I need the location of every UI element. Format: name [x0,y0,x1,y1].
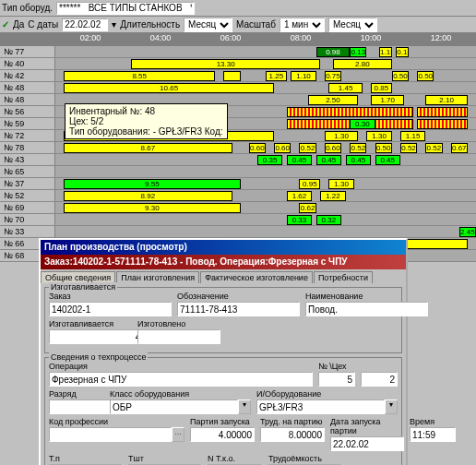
equip-dropdown-icon[interactable]: ▾ [385,399,398,414]
gantt-row[interactable]: № 699.300.62 [0,202,476,214]
gantt-bar[interactable] [417,119,468,129]
gantt-bar[interactable]: 0.50 [417,71,434,81]
gantt-row[interactable]: № 428.551.251.100.750.500.50 [0,70,476,82]
gantt-bar[interactable]: 0.95 [299,179,320,189]
gantt-bar[interactable]: 0.50 [375,143,392,153]
row-track[interactable]: 0.330.32 [55,214,476,225]
gantt-bar[interactable]: 1.62 [287,191,312,201]
period-select[interactable]: Месяц [328,18,377,32]
gantt-bar[interactable]: 0.52 [350,143,366,153]
row-track[interactable]: 8.670.600.600.520.600.520.500.520.520.67 [55,142,476,153]
gantt-bar[interactable] [223,71,240,81]
gantt-bar[interactable]: 0.45 [346,155,371,165]
gantt-bar[interactable]: 0.60 [249,143,266,153]
gantt-row[interactable]: № 770.980.131.150.13 [0,46,476,58]
gantt-bar[interactable]: 0.52 [400,143,417,153]
launch-date-input[interactable] [330,436,404,451]
profession-input[interactable] [49,427,172,442]
time-input[interactable] [410,427,456,442]
dialog-tab[interactable]: План изготовления [116,271,199,283]
row-track[interactable]: 9.300.62 [55,202,476,213]
apply-icon[interactable]: ✓ [2,19,9,30]
gantt-bar[interactable]: 0.50 [392,71,409,81]
gantt-row[interactable]: № 4810.651.450.85 [0,82,476,94]
shop2-input[interactable] [361,372,398,387]
gantt-bar[interactable]: 0.13 [396,47,409,57]
row-track[interactable]: 8.921.621.22 [55,190,476,201]
gantt-bar[interactable]: 1.30 [366,131,391,141]
gantt-bar[interactable]: 0.67 [451,143,468,153]
gantt-chart[interactable]: № 770.980.131.150.13№ 4013.302.80№ 428.5… [0,46,476,262]
gantt-row[interactable]: № 700.330.32 [0,214,476,226]
row-track[interactable]: 8.551.251.100.750.500.50 [55,70,476,81]
date-dropdown-icon[interactable]: ▾ [112,19,116,30]
equipment-type-input[interactable] [56,2,195,15]
produced-input[interactable] [137,329,220,344]
dialog-tab[interactable]: Потребности [314,271,373,283]
row-track[interactable]: 10.651.450.85 [55,82,476,93]
row-track[interactable]: 0.980.131.150.13 [55,46,476,57]
gantt-bar[interactable]: 0.33 [287,215,312,225]
gantt-bar[interactable]: 9.30 [64,203,241,213]
order-input[interactable] [49,302,172,316]
date-from-input[interactable] [62,18,108,31]
gantt-row[interactable]: № 528.921.621.22 [0,190,476,202]
gantt-bar[interactable]: 1.15 [379,47,392,57]
gantt-bar[interactable]: 0.52 [299,143,315,153]
gantt-row[interactable]: № 379.550.951.30 [0,178,476,190]
gantt-row[interactable]: № 65 [0,166,476,178]
gantt-bar[interactable]: 2.80 [333,59,392,69]
gantt-bar[interactable]: 2.50 [308,95,359,105]
designation-input[interactable] [177,302,300,316]
gantt-bar[interactable]: 10.65 [64,83,274,93]
name-input[interactable] [305,302,428,316]
row-track[interactable]: 2.45 [55,226,476,237]
gantt-bar[interactable]: 0.60 [274,143,291,153]
gantt-bar[interactable]: 0.75 [325,71,341,81]
gantt-bar[interactable] [287,107,413,117]
gantt-bar[interactable]: 0.45 [316,155,341,165]
gantt-bar[interactable]: 0.98 [316,47,350,57]
class-dropdown-icon[interactable]: ▾ [238,399,251,414]
row-track[interactable]: 13.302.80 [55,58,476,69]
gantt-bar[interactable]: 1.25 [266,71,287,81]
scale-select[interactable]: 1 мин [280,18,325,32]
gantt-bar[interactable]: 0.52 [425,143,442,153]
gantt-row[interactable]: № 788.670.600.600.520.600.520.500.520.52… [0,142,476,154]
gantt-bar[interactable]: 0.62 [299,203,315,213]
batch-input[interactable] [190,427,255,442]
labor-batch-input[interactable] [260,427,325,442]
gantt-bar[interactable]: 8.55 [64,71,215,81]
row-track[interactable]: 0.350.450.450.450.45 [55,154,476,165]
gantt-row[interactable]: № 4013.302.80 [0,58,476,70]
gantt-bar[interactable]: 1.30 [325,131,358,141]
gantt-bar[interactable]: 0.45 [375,155,400,165]
gantt-bar[interactable]: 0.45 [287,155,312,165]
row-track[interactable] [55,166,476,177]
gantt-bar[interactable]: 0.60 [325,143,341,153]
prof-dropdown-icon[interactable]: … [172,427,184,442]
gantt-bar[interactable]: 0.13 [350,47,366,57]
gantt-bar[interactable]: 2.45 [459,227,476,237]
gantt-row[interactable]: № 332.45 [0,226,476,238]
gantt-bar[interactable]: 0.35 [257,155,282,165]
dialog-tab[interactable]: Фактическое изготовление [200,271,313,283]
gantt-bar[interactable]: 9.55 [64,179,241,189]
gantt-bar[interactable]: 8.67 [64,143,232,153]
gantt-bar[interactable]: 0.30 [350,119,375,129]
gantt-bar[interactable]: 1.15 [400,131,425,141]
gantt-bar[interactable]: 1.70 [371,95,404,105]
equipment-input[interactable] [256,399,385,414]
equip-class-input[interactable] [110,399,238,414]
gantt-bar[interactable] [417,107,468,117]
row-track[interactable]: 9.550.951.30 [55,178,476,189]
gantt-bar[interactable]: 0.32 [316,215,341,225]
gantt-bar[interactable]: 2.10 [425,95,468,105]
gantt-bar[interactable]: 13.30 [131,59,320,69]
gantt-bar[interactable]: 1.22 [320,191,345,201]
gantt-bar[interactable]: 1.30 [328,179,353,189]
gantt-bar[interactable]: 0.85 [371,83,392,93]
gantt-bar[interactable]: 1.10 [291,71,315,81]
duration-select[interactable]: Месяц [184,18,232,32]
shop1-input[interactable] [318,372,355,387]
